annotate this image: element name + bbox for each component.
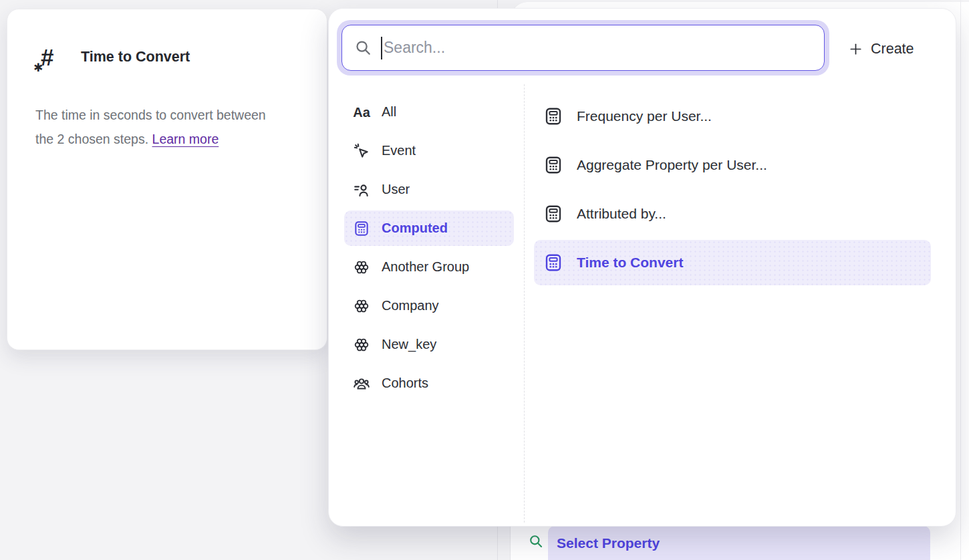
description-line1: The time in seconds to convert between (35, 108, 266, 122)
calculator-icon (543, 204, 563, 224)
category-item-computed[interactable]: Computed (344, 211, 514, 246)
result-item-time-to-convert[interactable]: Time to Convert (534, 240, 931, 285)
property-selector-popup: Create AaAllEventUserComputedAnother Gro… (328, 8, 956, 527)
search-icon (528, 533, 544, 549)
cohorts-icon (353, 375, 370, 392)
category-label: Cohorts (382, 376, 428, 391)
result-label: Attributed by... (577, 206, 666, 222)
group-cluster-icon (353, 259, 370, 276)
group-cluster-icon (353, 297, 370, 315)
result-item-frequency-per-user[interactable]: Frequency per User... (534, 94, 931, 139)
result-label: Frequency per User... (577, 108, 712, 124)
result-item-attributed-by[interactable]: Attributed by... (534, 191, 931, 237)
calculator-icon (543, 106, 563, 126)
hash-asterisk-icon: # ✱ (34, 43, 63, 74)
search-input[interactable] (382, 39, 812, 57)
search-field[interactable] (341, 25, 825, 71)
category-list: AaAllEventUserComputedAnother GroupCompa… (344, 94, 514, 401)
user-list-icon (353, 181, 370, 198)
category-item-event[interactable]: Event (344, 133, 514, 168)
category-item-cohorts[interactable]: Cohorts (344, 366, 514, 401)
result-item-aggregate-property-per-user[interactable]: Aggregate Property per User... (534, 142, 931, 188)
category-label: User (382, 182, 410, 197)
category-label: New_key (382, 337, 436, 352)
learn-more-link[interactable]: Learn more (152, 132, 219, 146)
select-property-row: Select Property (510, 527, 969, 560)
select-property-button[interactable]: Select Property (548, 526, 930, 560)
category-item-user[interactable]: User (344, 172, 514, 207)
create-button[interactable]: Create (848, 34, 914, 63)
background-panel-right-seam (960, 0, 961, 560)
category-label: Event (382, 143, 416, 158)
panel-divider (524, 84, 525, 523)
category-item-new-key[interactable]: New_key (344, 327, 514, 362)
calculator-icon (353, 220, 370, 237)
select-property-label: Select Property (557, 535, 660, 551)
calculator-icon (543, 155, 563, 175)
property-tooltip-card: # ✱ Time to Convert The time in seconds … (7, 9, 327, 350)
tooltip-title: Time to Convert (81, 49, 190, 65)
result-list: Frequency per User...Aggregate Property … (534, 94, 931, 285)
category-item-all[interactable]: AaAll (344, 94, 514, 130)
category-label: Computed (382, 221, 448, 236)
calculator-icon (543, 253, 563, 273)
category-label: Company (382, 298, 439, 313)
search-icon (354, 39, 372, 57)
group-cluster-icon (353, 336, 370, 354)
text-format-icon: Aa (353, 104, 370, 121)
plus-icon (848, 41, 863, 57)
category-label: Another Group (382, 259, 469, 275)
result-label: Time to Convert (577, 255, 683, 271)
search-focus-ring (337, 20, 829, 76)
result-label: Aggregate Property per User... (577, 157, 767, 173)
create-button-label: Create (871, 41, 914, 57)
category-item-company[interactable]: Company (344, 288, 514, 323)
click-cursor-icon (353, 142, 370, 160)
category-label: All (382, 104, 396, 120)
category-item-another-group[interactable]: Another Group (344, 249, 514, 285)
tooltip-description: The time in seconds to convert between t… (35, 103, 303, 151)
description-line2: the 2 chosen steps. (35, 132, 152, 146)
